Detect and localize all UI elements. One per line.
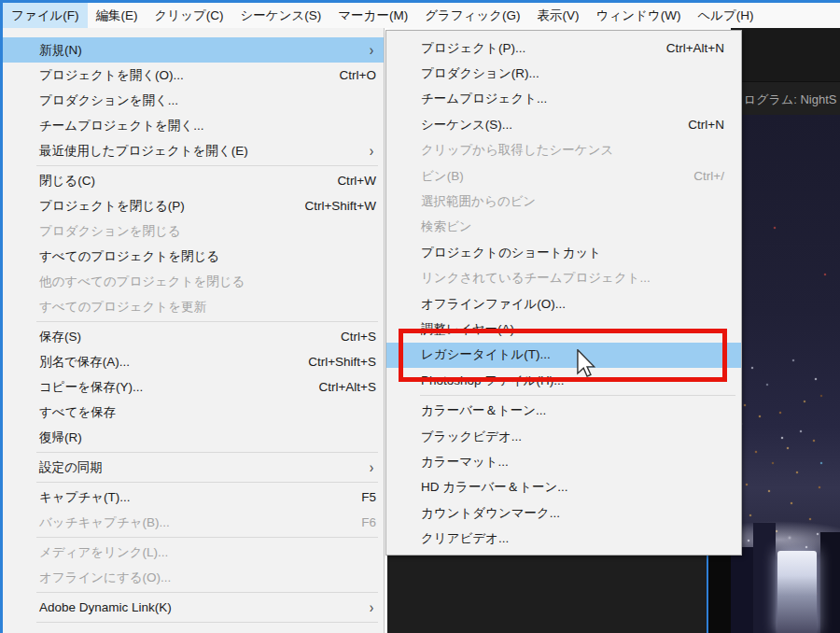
menu-item-label: プロジェクトのショートカット bbox=[421, 245, 601, 261]
menu-item[interactable]: すべてのプロジェクトを閉じる bbox=[3, 244, 384, 269]
menu-item-label: 設定の同期 bbox=[39, 459, 103, 476]
menu-item-label: 最近使用したプロジェクトを開く(E) bbox=[39, 143, 248, 160]
menu-item-shortcut: Ctrl+S bbox=[315, 330, 376, 344]
menu-separator bbox=[420, 395, 735, 396]
menu-item: 他のすべてのプロジェクトを閉じる bbox=[3, 269, 384, 294]
menu-item[interactable]: 閉じる(C)Ctrl+W bbox=[3, 168, 384, 193]
menu-item[interactable]: 復帰(R) bbox=[3, 425, 384, 450]
menu-item-label: バッチキャプチャ(B)... bbox=[39, 514, 170, 531]
menu-item[interactable]: Adobe Dynamic Link(K)› bbox=[3, 595, 384, 620]
menu-item[interactable]: チームプロジェクトを開く... bbox=[3, 113, 384, 138]
annotation-red-box bbox=[399, 329, 727, 382]
menu-item-shortcut: Ctrl+N bbox=[662, 118, 724, 132]
menu-item[interactable]: 新規(N)› bbox=[3, 37, 384, 63]
menu-item-label: カラーマット... bbox=[421, 454, 509, 471]
menu-item-label: すべてのプロジェクトを閉じる bbox=[39, 248, 219, 265]
menu-item[interactable]: 別名で保存(A)...Ctrl+Shift+S bbox=[3, 349, 384, 374]
menu-item-label: ウィンドウ(W) bbox=[596, 7, 681, 24]
menu-item: メディアをリンク(L)... bbox=[3, 540, 384, 565]
menu-separator bbox=[36, 165, 378, 166]
menu-item[interactable]: カウントダウンマーク... bbox=[386, 500, 741, 526]
menu-item-label: 編集(E) bbox=[96, 7, 138, 24]
menu-separator bbox=[36, 592, 378, 593]
menu-item: バッチキャプチャ(B)...F6 bbox=[3, 510, 384, 535]
menubar-item[interactable]: 編集(E) bbox=[88, 3, 147, 28]
menubar: ファイル(F)編集(E)クリップ(C)シーケンス(S)マーカー(M)グラフィック… bbox=[3, 3, 840, 28]
menu-item-label: チームプロジェクト... bbox=[421, 91, 547, 107]
menu-item-label: 新規(N) bbox=[39, 42, 82, 59]
program-monitor-title: ログラム: NightS bbox=[744, 91, 836, 108]
menu-item[interactable]: カラーバー＆トーン... bbox=[386, 398, 741, 423]
menu-item: オフラインにする(O)... bbox=[3, 565, 384, 590]
menubar-item[interactable]: クリップ(C) bbox=[147, 3, 232, 28]
menu-item[interactable]: HD カラーバー＆トーン... bbox=[386, 475, 741, 500]
menu-item: ビン(B)Ctrl+/ bbox=[386, 163, 741, 189]
menu-item-label: シーケンス(S) bbox=[241, 7, 322, 24]
menu-item[interactable]: 最近使用したプロジェクトを開く(E)› bbox=[3, 138, 384, 163]
menu-item[interactable]: キャプチャ(T)...F5 bbox=[3, 485, 384, 510]
menubar-item[interactable]: 表示(V) bbox=[529, 3, 588, 28]
menu-separator bbox=[36, 622, 378, 623]
menubar-item[interactable]: シーケンス(S) bbox=[232, 3, 330, 28]
menu-item-label: 表示(V) bbox=[538, 7, 580, 24]
menubar-item[interactable]: ウィンドウ(W) bbox=[588, 3, 690, 28]
menu-item-label: キャプチャ(T)... bbox=[39, 489, 131, 506]
submenu-arrow-icon: › bbox=[370, 42, 375, 58]
menu-item[interactable]: シーケンス(S)...Ctrl+N bbox=[386, 112, 741, 137]
menu-item[interactable]: プロジェクトを閉じる(P)Ctrl+Shift+W bbox=[3, 193, 384, 218]
menu-item[interactable]: コピーを保存(Y)...Ctrl+Alt+S bbox=[3, 374, 384, 400]
app-window: ログラム: NightS ファイル(F)編集(E)クリップ(C)シーケンス(S)… bbox=[0, 0, 840, 633]
menu-item: プロダクションを閉じる bbox=[3, 218, 384, 244]
menu-item-label: ブラックビデオ... bbox=[421, 429, 522, 445]
menu-item-label: プロジェクトを閉じる(P) bbox=[39, 198, 185, 215]
timeline-panel[interactable] bbox=[387, 556, 708, 633]
menu-item[interactable]: ブラックビデオ... bbox=[386, 424, 741, 449]
menu-item[interactable]: すべてを保存 bbox=[3, 400, 384, 425]
building-silhouette bbox=[820, 532, 840, 633]
menu-item-label: 別名で保存(A)... bbox=[39, 354, 130, 371]
menu-item-label: チームプロジェクトを開く... bbox=[39, 118, 203, 134]
menu-item-label: カウントダウンマーク... bbox=[421, 505, 560, 522]
program-monitor-panel[interactable]: ログラム: NightS bbox=[731, 26, 840, 633]
menu-item[interactable]: プロジェクトを開く(O)...Ctrl+O bbox=[3, 63, 384, 88]
menu-item-label: プロダクション(R)... bbox=[421, 65, 539, 82]
menu-item[interactable]: 保存(S)Ctrl+S bbox=[3, 324, 384, 349]
submenu-arrow-icon: › bbox=[370, 599, 375, 615]
panel-gap bbox=[708, 556, 731, 633]
menu-item[interactable]: プロジェクトのショートカット bbox=[386, 240, 741, 265]
menu-item-label: クリアビデオ... bbox=[421, 530, 509, 547]
menu-item-label: オフラインファイル(O)... bbox=[421, 296, 566, 313]
menu-item-shortcut: Ctrl+Alt+N bbox=[640, 41, 724, 55]
menu-item-label: メディアをリンク(L)... bbox=[39, 544, 168, 561]
menu-item[interactable]: チームプロジェクト... bbox=[386, 87, 741, 112]
menu-item-label: 他のすべてのプロジェクトを閉じる bbox=[39, 274, 245, 290]
menu-item[interactable]: カラーマット... bbox=[386, 449, 741, 474]
mouse-cursor-icon bbox=[576, 349, 595, 377]
menu-item-shortcut: Ctrl+O bbox=[314, 68, 376, 82]
menu-item-label: HD カラーバー＆トーン... bbox=[421, 479, 568, 496]
menubar-item[interactable]: ファイル(F) bbox=[3, 3, 88, 28]
menu-item: クリップから取得したシーケンス bbox=[386, 138, 741, 163]
menu-item[interactable]: 設定の同期› bbox=[3, 455, 384, 480]
menu-item-label: オフラインにする(O)... bbox=[39, 570, 171, 586]
menu-item[interactable]: クリアビデオ... bbox=[386, 526, 741, 551]
menu-item-label: すべてを保存 bbox=[39, 404, 116, 421]
menu-separator bbox=[36, 482, 378, 483]
menu-item-label: ファイル(F) bbox=[11, 7, 79, 24]
menu-item-label: プロジェクト(P)... bbox=[421, 40, 525, 57]
menu-item[interactable]: プロジェクト(P)...Ctrl+Alt+N bbox=[386, 35, 741, 61]
menu-item-label: リンクされているチームプロジェクト... bbox=[421, 270, 651, 287]
menu-item[interactable]: プロダクションを開く... bbox=[3, 88, 384, 113]
menubar-item[interactable]: マーカー(M) bbox=[329, 3, 416, 28]
menu-item-label: 選択範囲からのビン bbox=[421, 193, 536, 210]
menubar-item[interactable]: ヘルプ(H) bbox=[689, 3, 762, 28]
menu-item-label: ビン(B) bbox=[421, 168, 464, 185]
menubar-item[interactable]: グラフィック(G) bbox=[416, 3, 528, 28]
menu-item-label: すべてのプロジェクトを更新 bbox=[39, 299, 206, 316]
menu-item[interactable]: オフラインファイル(O)... bbox=[386, 291, 741, 316]
menu-item-label: クリップから取得したシーケンス bbox=[421, 142, 613, 159]
menu-item-label: 保存(S) bbox=[39, 329, 81, 345]
menu-item-label: ヘルプ(H) bbox=[697, 7, 753, 24]
new-submenu: プロジェクト(P)...Ctrl+Alt+Nプロダクション(R)...チームプロ… bbox=[385, 30, 742, 556]
menu-item[interactable]: プロダクション(R)... bbox=[386, 61, 741, 86]
